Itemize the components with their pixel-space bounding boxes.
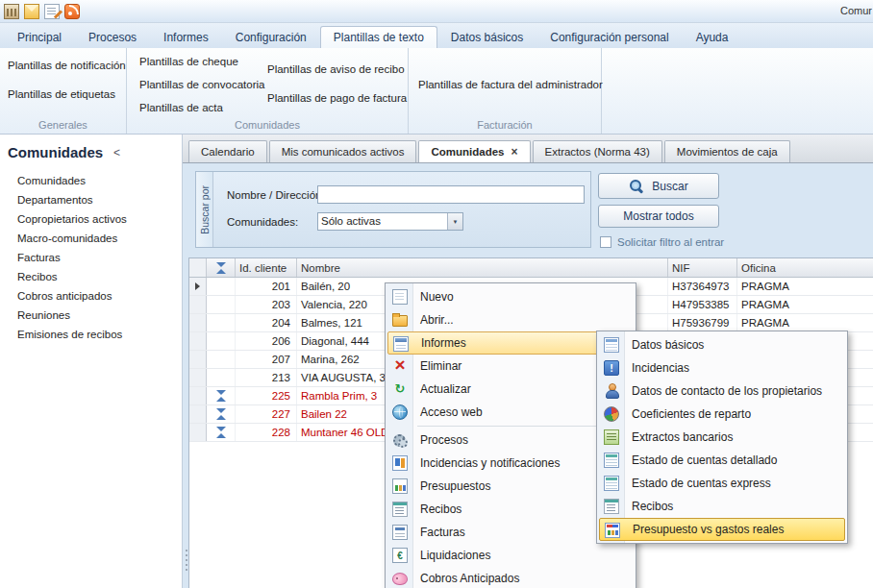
- document-tab-bar: CalendarioMis comunicados activosComunid…: [183, 135, 873, 163]
- submenu-item-recibos[interactable]: Recibos: [599, 495, 845, 518]
- feed-icon[interactable]: [64, 4, 80, 19]
- context-menu-item-cobros-anticipados[interactable]: Cobros Anticipados: [387, 567, 634, 588]
- submenu-item-presupuesto-vs-gastos-reales[interactable]: Presupuesto vs gastos reales: [599, 518, 845, 541]
- submenu-item-datos-basicos[interactable]: Datos básicos: [599, 333, 845, 356]
- ribbon-tab-configuracion-personal[interactable]: Configuración personal: [536, 26, 682, 48]
- menu-item-label: Nuevo: [420, 290, 454, 304]
- row-status-cell: [207, 424, 236, 441]
- submenu-item-coeficientes-de-reparto[interactable]: Coeficientes de reparto: [599, 403, 845, 426]
- ribbon-item-plantillas-de-pago-de-factura[interactable]: Plantillas de pago de factura: [267, 92, 407, 104]
- bank-statement-icon: [604, 429, 619, 445]
- hourglass-icon: [215, 389, 227, 403]
- receipt-icon: [604, 499, 619, 514]
- sidebar-item-cobros-anticipados[interactable]: Cobros anticipados: [0, 286, 182, 306]
- cell-id-cliente: 213: [236, 369, 297, 386]
- sidebar-item-recibos[interactable]: Recibos: [0, 267, 182, 286]
- row-status-cell: [207, 296, 236, 313]
- splitter-handle[interactable]: [184, 550, 188, 571]
- menu-item-label: Presupuestos: [420, 479, 490, 493]
- close-tab-icon[interactable]: [511, 146, 518, 158]
- sidebar-item-departamentos[interactable]: Departamentos: [0, 190, 182, 209]
- ribbon-tab-procesos[interactable]: Procesos: [75, 26, 150, 48]
- mail-icon[interactable]: [24, 4, 39, 19]
- header-oficina[interactable]: Oficina: [737, 258, 873, 277]
- cell-nif: H75936799: [668, 314, 737, 331]
- context-menu-item-abrir[interactable]: Abrir...: [387, 308, 634, 331]
- row-indicator: [189, 387, 207, 404]
- grid-header: Id. cliente Nombre NIF Oficina: [189, 258, 873, 278]
- header-nombre[interactable]: Nombre: [297, 258, 668, 277]
- collapse-sidebar-icon[interactable]: [113, 146, 120, 159]
- header-status-column[interactable]: [207, 258, 236, 277]
- ribbon-item-plantillas-de-convocatoria[interactable]: Plantillas de convocatoria: [139, 79, 264, 90]
- hourglass-icon: [215, 426, 227, 439]
- menu-item-label: Informes: [421, 336, 466, 350]
- ribbon-item-plantillas-de-etiquetas[interactable]: Plantillas de etiquetas: [8, 88, 115, 100]
- pie-icon: [604, 406, 619, 422]
- cell-id-cliente: 228: [236, 424, 297, 441]
- header-nif[interactable]: NIF: [668, 258, 737, 277]
- ribbon-item-plantillas-de-aviso-de-recibo[interactable]: Plantillas de aviso de recibo: [267, 63, 405, 75]
- submenu-item-estado-de-cuentas-detallado[interactable]: Estado de cuentas detallado: [599, 449, 845, 472]
- sidebar-item-emisiones-de-recibos[interactable]: Emisiones de recibos: [0, 325, 182, 344]
- bank-icon[interactable]: [4, 4, 19, 19]
- ribbon-tab-plantillas-de-texto[interactable]: Plantillas de texto: [320, 26, 437, 48]
- ribbon-tab-ayuda[interactable]: Ayuda: [683, 26, 742, 48]
- sidebar-item-facturas[interactable]: Facturas: [0, 248, 182, 267]
- ribbon-item-plantillas-de-factura-del-administrador[interactable]: Plantillas de factura del administrador: [418, 79, 603, 90]
- doc-tab-comunidades[interactable]: Comunidades: [418, 140, 530, 162]
- solicitar-filtro-checkbox[interactable]: [600, 236, 611, 248]
- menu-item-label: Extractos bancarios: [632, 430, 733, 444]
- ribbon-item-plantillas-de-cheque[interactable]: Plantillas de cheque: [139, 56, 238, 67]
- sidebar: Comunidades ComunidadesDepartamentosCopr…: [0, 135, 183, 588]
- menu-item-label: Abrir...: [420, 313, 454, 327]
- menu-item-label: Procesos: [420, 433, 468, 447]
- ribbon-tab-informes[interactable]: Informes: [150, 26, 222, 48]
- invoice-icon: [392, 525, 408, 540]
- cell-id-cliente: 206: [236, 332, 297, 350]
- ribbon-tab-configuracion[interactable]: Configuración: [222, 26, 320, 48]
- submenu-item-datos-de-contacto-de-los-propietarios[interactable]: Datos de contacto de los propietarios: [599, 380, 845, 403]
- sidebar-item-macro-comunidades[interactable]: Macro-comunidades: [0, 229, 182, 248]
- header-id-cliente[interactable]: Id. cliente: [236, 258, 297, 277]
- doc-tab-calendario[interactable]: Calendario: [188, 140, 267, 162]
- ribbon-group-generales: Plantillas de notificación Plantillas de…: [0, 48, 127, 134]
- submenu-item-extractos-bancarios[interactable]: Extractos bancarios: [599, 426, 845, 449]
- receipt-icon: [392, 502, 408, 517]
- row-indicator: [189, 296, 207, 313]
- ribbon-item-plantillas-de-notificacion[interactable]: Plantillas de notificación: [8, 60, 126, 71]
- row-indicator: [189, 332, 207, 350]
- row-indicator: [189, 424, 207, 441]
- accounts-icon: [604, 453, 619, 468]
- ribbon-tab-datos-basicos[interactable]: Datos básicos: [437, 26, 536, 48]
- header-row-indicator: [189, 258, 207, 277]
- doc-tab-extractos-norma-43[interactable]: Extractos (Norma 43): [533, 140, 662, 162]
- context-menu-item-nuevo[interactable]: Nuevo: [387, 285, 634, 308]
- doc-tab-label: Movimientos de caja: [677, 146, 778, 158]
- sidebar-item-copropietarios-activos[interactable]: Copropietarios activos: [0, 209, 182, 229]
- ribbon-tab-principal[interactable]: Principal: [4, 26, 75, 48]
- communities-combobox[interactable]: Sólo activas: [317, 212, 463, 231]
- combobox-dropdown-icon[interactable]: [447, 213, 462, 230]
- ribbon-group-label-facturacion: Facturación: [409, 119, 601, 131]
- sidebar-items: ComunidadesDepartamentosCopropietarios a…: [0, 171, 182, 344]
- sidebar-item-comunidades[interactable]: Comunidades: [0, 171, 182, 190]
- context-menu-item-liquidaciones[interactable]: Liquidaciones: [387, 544, 634, 567]
- submenu-item-estado-de-cuentas-express[interactable]: Estado de cuentas express: [599, 472, 845, 495]
- row-indicator: [189, 278, 207, 295]
- submenu-item-incidencias[interactable]: Incidencias: [599, 356, 845, 380]
- mostrar-todos-button[interactable]: Mostrar todos: [598, 205, 719, 228]
- name-address-input[interactable]: [317, 185, 585, 204]
- menu-item-label: Cobros Anticipados: [420, 572, 519, 585]
- ribbon-item-plantillas-de-acta[interactable]: Plantillas de acta: [139, 102, 223, 113]
- sidebar-item-reuniones[interactable]: Reuniones: [0, 306, 182, 325]
- report-icon: [393, 336, 409, 352]
- doc-tab-movimientos-de-caja[interactable]: Movimientos de caja: [664, 140, 790, 162]
- gears-icon: [392, 432, 408, 448]
- notes-icon[interactable]: [44, 4, 60, 19]
- doc-tab-mis-comunicados-activos[interactable]: Mis comunicados activos: [269, 140, 417, 162]
- menu-item-label: Recibos: [420, 502, 461, 516]
- menu-item-label: Datos básicos: [632, 338, 704, 352]
- buscar-button[interactable]: Buscar: [598, 173, 719, 199]
- row-indicator: [189, 351, 207, 368]
